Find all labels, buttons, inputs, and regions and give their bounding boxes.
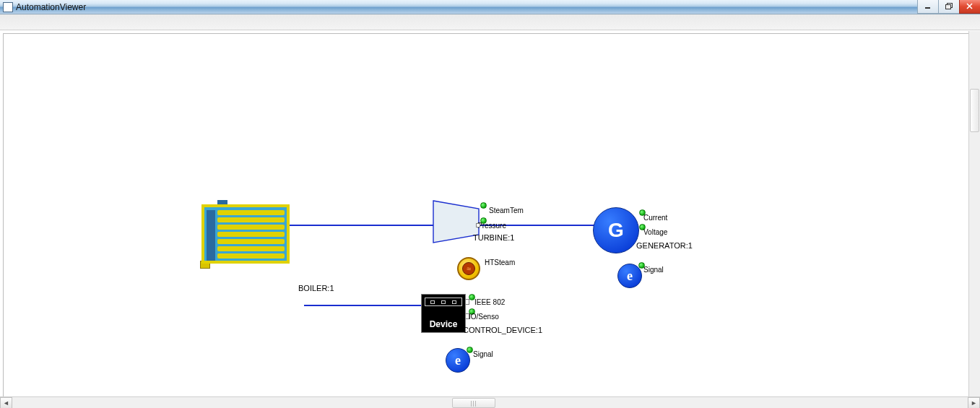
port-signal-gen[interactable]: [638, 262, 645, 269]
label-port-io: IO/Senso: [469, 313, 499, 321]
wire-to-device: [304, 305, 422, 306]
port-signal-dev[interactable]: [467, 347, 473, 353]
signal-e-glyph-2: e: [455, 353, 461, 368]
node-generator[interactable]: G: [593, 207, 639, 253]
generator-glyph: G: [608, 219, 624, 242]
svg-marker-5: [433, 201, 479, 243]
boiler-tab-top: [217, 200, 227, 207]
scroll-left-button[interactable]: ◄: [0, 397, 12, 409]
label-port-steamtem: SteamTem: [489, 207, 524, 214]
node-control-device[interactable]: Device: [421, 294, 466, 333]
diagram-canvas-frame: BOILER:1 SteamTem Pressure TURBINE:1 ≈ H…: [3, 33, 977, 398]
horizontal-scrollbar-track[interactable]: [12, 397, 968, 409]
diagram-canvas[interactable]: BOILER:1 SteamTem Pressure TURBINE:1 ≈ H…: [4, 34, 976, 397]
horizontal-scrollbar-thumb[interactable]: [452, 398, 495, 408]
app-icon: [3, 2, 13, 12]
minimize-icon: [924, 3, 932, 10]
svg-rect-2: [945, 5, 950, 9]
close-icon: [966, 3, 974, 10]
port-turbine-steamtem[interactable]: [480, 202, 487, 209]
label-generator: GENERATOR:1: [636, 241, 693, 250]
label-port-ieee: IEEE 802: [474, 298, 505, 306]
window-title: AutomationViewer: [16, 2, 86, 12]
htsteam-icon: ≈: [462, 262, 475, 275]
boiler-coils: [217, 210, 285, 258]
scroll-right-button[interactable]: ►: [968, 397, 980, 409]
label-htsteam: HTSteam: [485, 259, 515, 266]
close-button[interactable]: [959, 0, 980, 14]
wire-boiler-turbine: [288, 225, 434, 226]
device-led-row: [425, 298, 462, 306]
device-out-port-1[interactable]: [465, 299, 469, 305]
maximize-button[interactable]: [938, 0, 959, 14]
window-buttons: [917, 0, 980, 14]
label-port-pressure: Pressure: [477, 222, 506, 230]
node-boiler[interactable]: [203, 206, 288, 262]
signal-e-glyph-1: e: [627, 269, 633, 284]
label-signal-generator: Signal: [643, 266, 664, 274]
horizontal-scrollbar[interactable]: ◄ ►: [0, 396, 980, 408]
boiler-tab-bottom: [200, 261, 210, 269]
minimize-button[interactable]: [917, 0, 938, 14]
label-boiler: BOILER:1: [298, 284, 334, 292]
chrome-gap: [0, 14, 980, 30]
label-port-voltage: Voltage: [643, 228, 667, 236]
boiler-side-rail: [207, 210, 215, 261]
node-htsteam[interactable]: ≈: [457, 257, 480, 280]
vertical-scrollbar-thumb[interactable]: [970, 89, 979, 132]
device-caption: Device: [422, 319, 465, 329]
turbine-output-port[interactable]: [476, 223, 480, 227]
scrollbar-grip-icon: [470, 401, 477, 407]
title-bar: AutomationViewer: [0, 0, 980, 14]
label-turbine: TURBINE:1: [473, 233, 514, 242]
maximize-icon: [945, 3, 953, 10]
vertical-scrollbar[interactable]: [968, 31, 980, 396]
label-signal-device: Signal: [473, 350, 493, 358]
label-port-current: Current: [643, 214, 667, 222]
label-control-device: CONTROL_DEVICE:1: [463, 326, 542, 334]
